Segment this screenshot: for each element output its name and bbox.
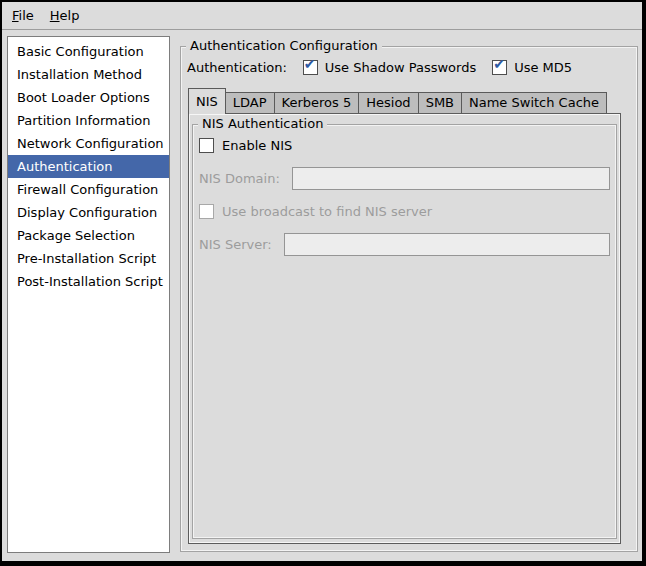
menu-help-mnemonic: H <box>50 8 60 23</box>
use-broadcast-label: Use broadcast to find NIS server <box>222 204 432 219</box>
tab-name-switch-cache[interactable]: Name Switch Cache <box>462 92 607 113</box>
menu-file-label: ile <box>19 8 34 23</box>
nis-frame-content: ✔ Enable NIS NIS Domain: ✔ Use broadcast… <box>193 125 616 256</box>
nis-server-input <box>284 233 610 256</box>
sidebar-item-authentication[interactable]: Authentication <box>8 155 169 178</box>
use-md5-label: Use MD5 <box>514 60 572 75</box>
checkmark-icon: ✔ <box>304 57 316 71</box>
sidebar-item-installation-method[interactable]: Installation Method <box>8 63 169 86</box>
checkbox-unchecked-icon: ✔ <box>199 204 214 219</box>
sidebar-item-basic-configuration[interactable]: Basic Configuration <box>8 40 169 63</box>
menu-help[interactable]: Help <box>42 5 88 26</box>
tab-smb[interactable]: SMB <box>419 92 462 113</box>
menubar: File Help <box>2 2 642 30</box>
enable-nis-row: ✔ Enable NIS <box>199 138 610 153</box>
sidebar-item-pre-installation-script[interactable]: Pre-Installation Script <box>8 247 169 270</box>
sidebar-item-partition-information[interactable]: Partition Information <box>8 109 169 132</box>
nis-domain-label: NIS Domain: <box>199 171 280 186</box>
use-shadow-passwords-checkbox[interactable]: ✔ Use Shadow Passwords <box>303 60 476 75</box>
authentication-options-row: Authentication: ✔ Use Shadow Passwords ✔… <box>187 58 588 76</box>
checkbox-unchecked-icon: ✔ <box>199 138 214 153</box>
nis-authentication-frame: NIS Authentication ✔ Enable NIS NIS Doma… <box>192 124 617 539</box>
tab-hesiod[interactable]: Hesiod <box>359 92 418 113</box>
sidebar-item-package-selection[interactable]: Package Selection <box>8 224 169 247</box>
sidebar-item-post-installation-script[interactable]: Post-Installation Script <box>8 270 169 293</box>
nis-domain-input <box>292 167 610 190</box>
nis-domain-row: NIS Domain: <box>199 167 610 190</box>
nis-server-label: NIS Server: <box>199 237 272 252</box>
app-window: File Help Basic Configuration Installati… <box>0 0 646 566</box>
checkbox-checked-icon: ✔ <box>303 60 318 75</box>
nis-server-row: NIS Server: <box>199 233 610 256</box>
broadcast-row: ✔ Use broadcast to find NIS server <box>199 204 610 219</box>
sidebar-item-display-configuration[interactable]: Display Configuration <box>8 201 169 224</box>
sidebar-nav: Basic Configuration Installation Method … <box>7 36 170 553</box>
use-shadow-passwords-label: Use Shadow Passwords <box>325 60 476 75</box>
nis-tab-panel: NIS Authentication ✔ Enable NIS NIS Doma… <box>188 113 621 544</box>
nis-frame-title: NIS Authentication <box>198 116 327 132</box>
checkbox-checked-icon: ✔ <box>492 60 507 75</box>
auth-tabs: NIS LDAP Kerberos 5 Hesiod SMB Name Swit… <box>188 87 607 113</box>
use-broadcast-checkbox: ✔ Use broadcast to find NIS server <box>199 204 432 219</box>
authentication-label: Authentication: <box>187 60 287 75</box>
enable-nis-label: Enable NIS <box>222 138 292 153</box>
menu-help-label: elp <box>60 8 80 23</box>
checkmark-icon: ✔ <box>493 57 505 71</box>
use-md5-checkbox[interactable]: ✔ Use MD5 <box>492 60 572 75</box>
tab-kerberos5[interactable]: Kerberos 5 <box>275 92 360 113</box>
authentication-configuration-frame: Authentication Configuration Authenticat… <box>180 46 638 552</box>
sidebar-item-boot-loader-options[interactable]: Boot Loader Options <box>8 86 169 109</box>
sidebar-item-network-configuration[interactable]: Network Configuration <box>8 132 169 155</box>
tab-ldap[interactable]: LDAP <box>226 92 275 113</box>
enable-nis-checkbox[interactable]: ✔ Enable NIS <box>199 138 292 153</box>
menu-file[interactable]: File <box>4 5 42 26</box>
sidebar-item-firewall-configuration[interactable]: Firewall Configuration <box>8 178 169 201</box>
frame-title: Authentication Configuration <box>186 38 382 54</box>
tab-nis[interactable]: NIS <box>188 88 226 114</box>
